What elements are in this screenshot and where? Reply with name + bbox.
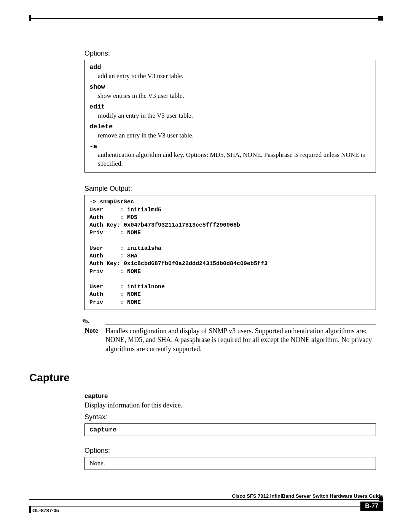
note-block: ✎ Note Handles configuration and display… <box>84 325 376 353</box>
option-desc: modify an entry in the V3 user table. <box>98 112 371 120</box>
option-desc: show entries in the V3 user table. <box>98 92 371 101</box>
page-number-badge: B-77 <box>360 502 383 511</box>
option-desc: add an entry to the V3 user table. <box>98 72 371 81</box>
syntax-label: Syntax: <box>84 413 376 421</box>
options-label: Options: <box>84 50 376 58</box>
header-rule <box>29 18 382 19</box>
options-box-none: None. <box>84 457 376 470</box>
note-text: Handles configuration and display of SNM… <box>105 327 376 353</box>
footer-left-bar-icon <box>29 506 31 513</box>
footer-doc-id: OL-8787-05 <box>32 508 59 513</box>
note-label: Note <box>84 327 105 353</box>
option-desc: authentication algorithm and key. Option… <box>98 151 371 168</box>
option-term: edit <box>89 103 371 112</box>
option-term: show <box>89 83 371 92</box>
footer-rule-top <box>29 499 383 500</box>
footer-book-title: Cisco SFS 7012 InfiniBand Server Switch … <box>229 493 383 499</box>
command-description: Display information for this device. <box>84 401 376 409</box>
option-desc: remove an entry in the V3 user table. <box>98 131 371 140</box>
page-footer: Cisco SFS 7012 InfiniBand Server Switch … <box>29 498 383 517</box>
sample-output-box: -> snmpUsrSec User : initialmd5 Auth : M… <box>84 195 376 310</box>
header-tick-left <box>29 15 31 21</box>
section-heading-capture: Capture <box>29 372 383 384</box>
options-box: add add an entry to the V3 user table. s… <box>84 60 376 173</box>
command-heading: capture <box>84 392 376 400</box>
sample-output-label: Sample Output: <box>84 185 376 193</box>
body-column: capture Display information for this dev… <box>84 392 376 470</box>
header-square-right <box>378 16 383 21</box>
option-term: delete <box>89 123 371 131</box>
note-rule <box>105 324 376 325</box>
body-column: Options: add add an entry to the V3 user… <box>84 50 376 353</box>
options-label: Options: <box>84 447 376 455</box>
syntax-box: capture <box>84 423 376 436</box>
option-term: add <box>89 63 371 72</box>
page-content: Options: add add an entry to the V3 user… <box>29 46 383 470</box>
option-term: -a <box>89 142 371 151</box>
pencil-icon: ✎ <box>81 316 91 328</box>
footer-rule-bottom <box>29 506 362 506</box>
